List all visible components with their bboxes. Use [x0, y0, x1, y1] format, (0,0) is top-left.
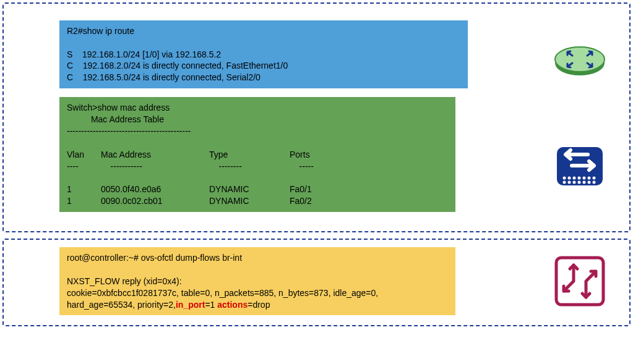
mac-cell-vlan: 1: [67, 184, 101, 195]
mac-separator: ----------------------------------------…: [67, 126, 191, 136]
mac-cell-vlan: 1: [67, 195, 101, 207]
mac-table-row: 10050.0f40.e0a6DYNAMICFa0/1: [67, 184, 339, 194]
ovs-in-port-label: in_port: [176, 300, 205, 310]
svg-point-5: [573, 177, 576, 180]
mac-col-header: Type: [209, 149, 290, 161]
mac-col-header: Vlan: [67, 149, 101, 161]
mac-table-row: 10090.0c02.cb01DYNAMICFa0/2: [67, 196, 339, 206]
ovs-actions-label: actions: [217, 300, 248, 310]
mac-col-dash: -----: [299, 161, 349, 172]
switch-icon: [552, 141, 608, 190]
svg-point-12: [573, 181, 576, 184]
mac-cell-mac: 0090.0c02.cb01: [101, 195, 209, 207]
mac-col-header: Mac Address: [101, 149, 209, 161]
mac-cell-type: DYNAMIC: [209, 184, 290, 195]
traditional-terminals-column: R2#show ip route S 192.168.1.0/24 [1/0] …: [59, 20, 518, 212]
svg-point-11: [568, 181, 571, 184]
mac-col-dash: --------: [219, 161, 299, 172]
router-icon: [552, 42, 608, 79]
svg-point-7: [583, 177, 586, 180]
mac-dash-row: ---- ------------------------: [67, 161, 349, 171]
ovs-terminal-column: root@controller:~# ovs-ofctl dump-flows …: [59, 247, 518, 315]
openflow-panel: root@controller:~# ovs-ofctl dump-flows …: [2, 239, 631, 326]
mac-title: Mac Address Table: [91, 114, 164, 124]
mac-header-row: VlanMac AddressTypePorts: [67, 150, 339, 159]
svg-point-1: [555, 47, 605, 72]
route-entry-code: S: [67, 49, 72, 59]
ovs-reply-header: NXST_FLOW reply (xid=0x4):: [67, 276, 448, 287]
svg-point-9: [593, 177, 596, 180]
svg-point-6: [578, 177, 581, 180]
svg-point-4: [568, 177, 571, 180]
ovs-prompt: root@controller:~# ovs-ofctl dump-flows …: [67, 252, 448, 264]
ovs-in-port-value: =1: [205, 300, 217, 310]
mac-col-header: Ports: [290, 149, 339, 161]
ovs-icon-column: [543, 255, 617, 307]
svg-point-14: [583, 181, 586, 184]
routing-table-terminal: R2#show ip route S 192.168.1.0/24 [1/0] …: [59, 20, 468, 88]
route-entry-text: 192.168.1.0/24 [1/0] via 192.168.5.2: [82, 49, 221, 59]
route-prompt: R2#show ip route: [67, 26, 134, 36]
mac-cell-port: Fa0/1: [290, 184, 339, 195]
mac-col-dash: ----: [67, 161, 101, 172]
mac-col-dash: -----------: [111, 161, 219, 172]
svg-point-16: [593, 181, 596, 184]
route-entry-text: 192.168.5.0/24 is directly connected, Se…: [83, 72, 261, 82]
mac-prompt: Switch>show mac address: [67, 103, 170, 112]
mac-cell-mac: 0050.0f40.e0a6: [101, 184, 209, 195]
route-entry-code: C: [67, 61, 73, 70]
svg-point-15: [588, 181, 591, 184]
ovs-flow-body: cookie=0xbfcbcc1f0281737c, table=0, n_pa…: [67, 287, 448, 311]
svg-point-3: [563, 177, 566, 180]
ovs-flows-terminal: root@controller:~# ovs-ofctl dump-flows …: [59, 247, 455, 315]
mac-address-table-terminal: Switch>show mac address Mac Address Tabl…: [59, 97, 455, 212]
mac-cell-port: Fa0/2: [290, 195, 339, 207]
traditional-devices-panel: R2#show ip route S 192.168.1.0/24 [1/0] …: [2, 2, 631, 232]
mac-cell-type: DYNAMIC: [209, 195, 290, 207]
traditional-icons-column: [543, 11, 617, 221]
openflow-switch-icon: [554, 255, 606, 307]
route-entry-code: C: [67, 72, 73, 82]
route-entry-text: 192.168.2.0/24 is directly connected, Fa…: [83, 61, 288, 70]
svg-point-13: [578, 181, 581, 184]
svg-rect-17: [556, 258, 603, 305]
svg-point-8: [588, 177, 591, 180]
ovs-actions-value: =drop: [248, 300, 270, 310]
svg-point-10: [563, 181, 566, 184]
